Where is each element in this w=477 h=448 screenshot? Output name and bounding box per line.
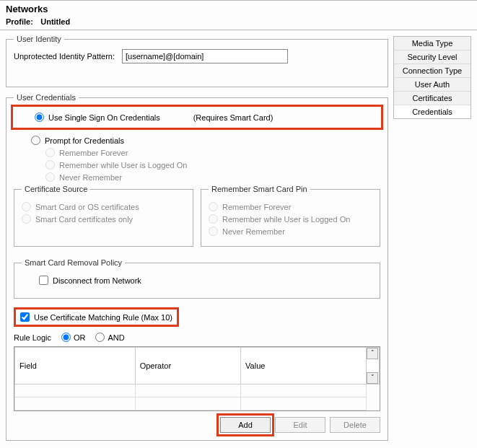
rule-logic-label: Rule Logic xyxy=(14,333,51,342)
pin-never-radio xyxy=(209,227,218,236)
cert-sc-only-label: Smart Card certificates only xyxy=(35,215,133,224)
user-credentials-group: User Credentials Use Single Sign On Cred… xyxy=(6,93,388,441)
pin-forever-radio xyxy=(209,202,218,211)
disconnect-label: Disconnect from Network xyxy=(53,276,141,285)
window-title: Networks xyxy=(0,1,477,16)
identity-pattern-label: Unprotected Identity Pattern: xyxy=(14,52,115,61)
remember-pin-legend: Remember Smart Card Pin xyxy=(209,185,310,193)
col-value[interactable]: Value xyxy=(241,348,367,385)
cert-matching-checkbox[interactable] xyxy=(20,312,30,322)
tab-user-auth[interactable]: User Auth xyxy=(394,78,471,92)
logic-or-label: OR xyxy=(74,333,86,342)
prompt-radio[interactable] xyxy=(31,136,40,145)
pin-forever-label: Remember Forever xyxy=(222,203,291,211)
tab-media-type[interactable]: Media Type xyxy=(394,37,471,50)
profile-header: Profile: Untitled xyxy=(0,16,477,30)
add-button[interactable]: Add xyxy=(220,417,271,433)
profile-name: Untitled xyxy=(40,17,70,26)
smart-card-policy-group: Smart Card Removal Policy Disconnect fro… xyxy=(14,258,380,299)
side-tabs: Media Type Security Level Connection Typ… xyxy=(393,36,471,119)
cert-source-legend: Certificate Source xyxy=(22,185,90,193)
remember-forever-label: Remember Forever xyxy=(59,149,128,157)
cert-sc-only-radio xyxy=(22,214,31,224)
prompt-label: Prompt for Credentials xyxy=(45,136,124,145)
cert-os-label: Smart Card or OS certificates xyxy=(35,203,139,211)
sso-note: (Requires Smart Card) xyxy=(193,113,273,122)
pin-never-label: Never Remember xyxy=(222,227,285,236)
edit-button: Edit xyxy=(275,417,325,433)
delete-button: Delete xyxy=(330,417,380,433)
tab-security-level[interactable]: Security Level xyxy=(394,50,471,64)
table-row[interactable] xyxy=(15,385,380,398)
remember-forever-radio xyxy=(45,148,55,157)
rules-table: Field Operator Value ˄ ˅ xyxy=(14,346,380,411)
remember-logged-label: Remember while User is Logged On xyxy=(59,161,187,170)
tab-credentials[interactable]: Credentials xyxy=(394,105,471,118)
user-credentials-legend: User Credentials xyxy=(14,93,79,102)
scroll-down-icon[interactable]: ˅ xyxy=(367,372,378,384)
sso-label: Use Single Sign On Credentials xyxy=(48,113,160,122)
disconnect-checkbox[interactable] xyxy=(39,276,48,285)
sso-highlight: Use Single Sign On Credentials (Requires… xyxy=(11,105,383,130)
table-row[interactable] xyxy=(15,398,380,410)
user-identity-group: User Identity Unprotected Identity Patte… xyxy=(6,35,388,87)
never-remember-label: Never Remember xyxy=(59,173,122,182)
tab-connection-type[interactable]: Connection Type xyxy=(394,64,471,78)
tab-certificates[interactable]: Certificates xyxy=(394,92,471,105)
logic-and-radio[interactable] xyxy=(95,333,105,342)
smart-card-policy-legend: Smart Card Removal Policy xyxy=(22,258,125,267)
user-identity-legend: User Identity xyxy=(14,35,64,43)
logic-and-label: AND xyxy=(108,333,124,342)
logic-or-radio[interactable] xyxy=(61,333,71,342)
remember-pin-group: Remember Smart Card Pin Remember Forever… xyxy=(201,185,380,247)
col-field[interactable]: Field xyxy=(15,348,136,385)
cert-matching-highlight: Use Certificate Matching Rule (Max 10) xyxy=(14,307,179,327)
identity-pattern-input[interactable] xyxy=(122,49,288,63)
profile-label: Profile: xyxy=(6,17,33,26)
sso-radio[interactable] xyxy=(35,113,44,122)
cert-matching-label: Use Certificate Matching Rule (Max 10) xyxy=(34,313,172,322)
remember-logged-radio xyxy=(45,160,55,170)
pin-logged-radio xyxy=(209,214,218,224)
scroll-up-icon[interactable]: ˄ xyxy=(367,348,378,359)
cert-source-group: Certificate Source Smart Card or OS cert… xyxy=(14,185,193,247)
pin-logged-label: Remember while User is Logged On xyxy=(222,215,350,224)
col-operator[interactable]: Operator xyxy=(135,348,240,385)
never-remember-radio xyxy=(45,172,55,182)
cert-os-radio xyxy=(22,202,31,211)
